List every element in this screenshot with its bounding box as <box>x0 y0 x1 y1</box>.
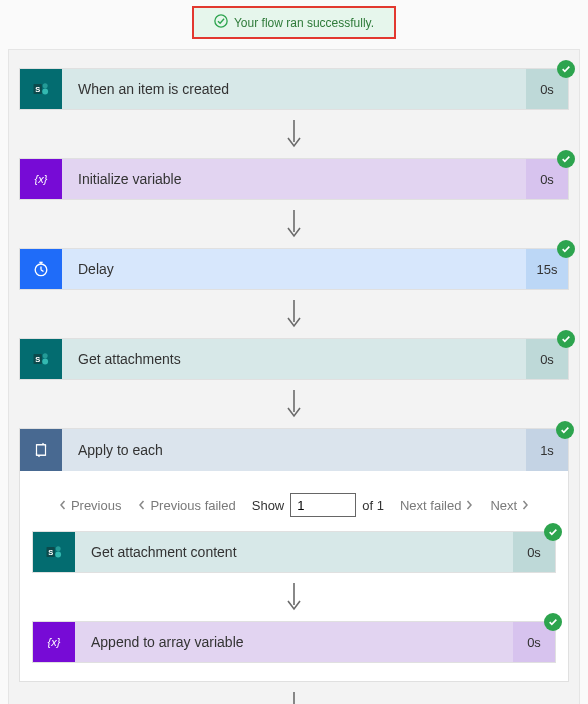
success-badge-icon <box>557 60 575 78</box>
loop-body: Previous Previous failed Show of 1 Next … <box>20 471 568 681</box>
svg-text:S: S <box>48 548 53 557</box>
sharepoint-icon: S <box>20 339 62 379</box>
step-title: Get attachments <box>62 339 526 379</box>
arrow-down-icon <box>32 573 556 621</box>
svg-text:{x}: {x} <box>48 636 61 648</box>
pager-next[interactable]: Next <box>490 498 530 513</box>
pager-previous[interactable]: Previous <box>58 498 122 513</box>
svg-point-4 <box>42 89 48 95</box>
step-title: Append to array variable <box>75 622 513 662</box>
success-badge-icon <box>556 421 574 439</box>
success-badge-icon <box>557 330 575 348</box>
arrow-down-icon <box>19 200 569 248</box>
success-badge-icon <box>557 150 575 168</box>
sharepoint-icon: S <box>33 532 75 572</box>
step-title: Initialize variable <box>62 159 526 199</box>
success-banner: Your flow ran successfully. <box>192 6 396 39</box>
step-title: Delay <box>62 249 526 289</box>
variable-icon: {x} <box>20 159 62 199</box>
pager-next-failed[interactable]: Next failed <box>400 498 474 513</box>
svg-text:{x}: {x} <box>35 173 48 185</box>
svg-point-16 <box>43 353 48 358</box>
step-apply-to-each[interactable]: Apply to each 1s Previous Previous faile… <box>19 428 569 682</box>
sharepoint-icon: S <box>20 69 62 109</box>
arrow-down-icon <box>19 290 569 338</box>
variable-icon: {x} <box>33 622 75 662</box>
success-badge-icon <box>544 613 562 631</box>
success-banner-text: Your flow ran successfully. <box>234 16 374 30</box>
svg-text:S: S <box>35 85 40 94</box>
loop-pager: Previous Previous failed Show of 1 Next … <box>32 485 556 531</box>
svg-point-0 <box>215 15 227 27</box>
step-title: When an item is created <box>62 69 526 109</box>
step-trigger[interactable]: S When an item is created 0s <box>19 68 569 110</box>
arrow-down-icon <box>19 110 569 158</box>
step-get-attachment-content[interactable]: S Get attachment content 0s <box>32 531 556 573</box>
loop-icon <box>20 429 62 471</box>
step-title: Apply to each <box>62 429 526 471</box>
arrow-down-icon <box>19 380 569 428</box>
success-badge-icon <box>544 523 562 541</box>
check-circle-icon <box>214 14 228 31</box>
step-title: Get attachment content <box>75 532 513 572</box>
pager-show-label: Show <box>252 498 285 513</box>
success-badge-icon <box>557 240 575 258</box>
clock-icon <box>20 249 62 289</box>
svg-point-17 <box>42 359 48 365</box>
svg-text:S: S <box>35 355 40 364</box>
step-get-attachments[interactable]: S Get attachments 0s <box>19 338 569 380</box>
svg-point-3 <box>43 83 48 88</box>
pager-of-label: of 1 <box>362 498 384 513</box>
pager-index-input[interactable] <box>290 493 356 517</box>
svg-point-23 <box>55 552 61 558</box>
flow-canvas: S When an item is created 0s {x} Initial… <box>8 49 580 704</box>
step-delay[interactable]: Delay 15s <box>19 248 569 290</box>
svg-point-22 <box>56 546 61 551</box>
arrow-down-icon <box>19 682 569 704</box>
svg-line-12 <box>41 270 44 272</box>
pager-previous-failed[interactable]: Previous failed <box>137 498 235 513</box>
svg-rect-19 <box>37 445 46 456</box>
step-initialize-variable[interactable]: {x} Initialize variable 0s <box>19 158 569 200</box>
step-append-to-array[interactable]: {x} Append to array variable 0s <box>32 621 556 663</box>
